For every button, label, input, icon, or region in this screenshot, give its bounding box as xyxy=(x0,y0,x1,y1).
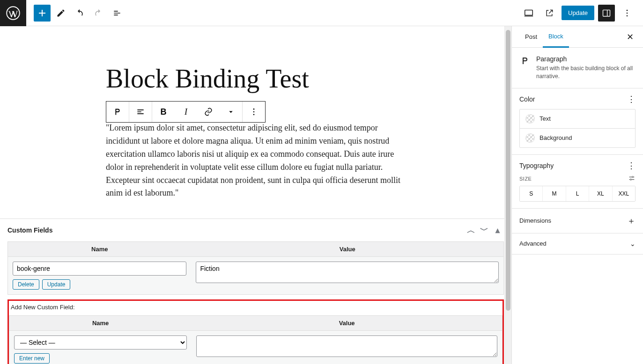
svg-point-10 xyxy=(632,176,634,177)
app-root: Update Block Binding Test xyxy=(0,0,643,364)
custom-fields-table: Name Value Delete Update xyxy=(7,241,504,295)
new-field-value-textarea[interactable] xyxy=(196,335,497,357)
link-button[interactable] xyxy=(197,102,220,122)
svg-point-7 xyxy=(253,109,255,110)
more-formatting-button[interactable] xyxy=(220,102,242,122)
typography-panel-title: Typography xyxy=(519,162,554,169)
editor-canvas: Block Binding Test B I xyxy=(0,26,511,364)
scrollbar-thumb[interactable] xyxy=(506,30,510,311)
enter-new-button[interactable]: Enter new xyxy=(14,353,50,364)
add-dimensions-icon[interactable]: ＋ xyxy=(627,215,636,226)
svg-point-6 xyxy=(627,15,628,16)
dimensions-panel[interactable]: Dimensions ＋ xyxy=(512,209,643,233)
size-s[interactable]: S xyxy=(520,186,542,201)
size-buttons: S M L XL XXL xyxy=(519,186,636,202)
panel-down-icon[interactable]: ﹀ xyxy=(478,224,491,237)
svg-rect-2 xyxy=(603,10,610,16)
custom-fields-header: Custom Fields ︿ ﹀ ▴ xyxy=(0,219,511,241)
typography-panel-options-icon[interactable]: ⋮ xyxy=(627,161,636,170)
redo-button[interactable] xyxy=(90,5,107,22)
field-value-textarea[interactable] xyxy=(196,262,499,283)
scrollbar[interactable] xyxy=(504,26,511,364)
main-area: Block Binding Test B I xyxy=(0,26,643,364)
custom-fields-title: Custom Fields xyxy=(7,226,52,234)
delete-field-button[interactable]: Delete xyxy=(13,279,39,290)
document-overview-button[interactable] xyxy=(109,5,126,22)
svg-point-4 xyxy=(627,9,628,11)
advanced-chevron-icon[interactable]: ⌄ xyxy=(630,240,636,248)
color-panel-options-icon[interactable]: ⋮ xyxy=(627,95,636,103)
update-field-button[interactable]: Update xyxy=(42,279,71,290)
size-xl[interactable]: XL xyxy=(589,186,612,201)
svg-point-8 xyxy=(253,111,255,113)
add-new-field-title: Add New Custom Field: xyxy=(9,303,503,315)
italic-button[interactable]: I xyxy=(175,102,197,122)
edit-tool-button[interactable] xyxy=(52,5,69,22)
paragraph-icon xyxy=(519,55,531,66)
tab-block[interactable]: Block xyxy=(543,26,569,48)
block-toolbar: B I xyxy=(106,101,266,123)
block-description: Start with the basic building block of a… xyxy=(536,65,636,80)
add-block-button[interactable] xyxy=(34,5,51,22)
advanced-panel[interactable]: Advanced ⌄ xyxy=(512,233,643,255)
block-options-button[interactable] xyxy=(243,102,265,122)
align-button[interactable] xyxy=(129,102,152,122)
bold-button[interactable]: B xyxy=(152,102,175,122)
background-color-swatch xyxy=(525,133,535,143)
svg-rect-1 xyxy=(525,10,533,15)
new-th-name: Name xyxy=(9,316,192,330)
settings-sidebar: Post Block ✕ Paragraph Start with the ba… xyxy=(511,26,643,364)
settings-toggle-button[interactable] xyxy=(598,5,615,22)
paragraph-block[interactable]: "Lorem ipsum dolor sit amet, consectetur… xyxy=(106,122,406,200)
view-post-button[interactable] xyxy=(541,5,558,22)
color-panel: Color ⋮ Text Background xyxy=(512,88,643,155)
advanced-panel-title: Advanced xyxy=(519,240,547,247)
color-panel-title: Color xyxy=(519,95,535,103)
custom-fields-panel: Custom Fields ︿ ﹀ ▴ Name Value xyxy=(0,218,511,364)
new-th-value: Value xyxy=(192,316,502,330)
block-name: Paragraph xyxy=(536,55,636,63)
size-label: SIZE xyxy=(519,176,532,182)
toolbar-right: Update xyxy=(520,5,643,22)
options-button[interactable] xyxy=(619,5,636,22)
background-color-row[interactable]: Background xyxy=(520,128,635,147)
sidebar-tabs: Post Block ✕ xyxy=(512,26,643,48)
panel-up-icon[interactable]: ︿ xyxy=(465,224,478,237)
block-type-button[interactable] xyxy=(106,102,129,122)
svg-point-5 xyxy=(627,12,628,14)
toolbar-left xyxy=(26,5,126,22)
undo-button[interactable] xyxy=(71,5,88,22)
editor-shell: Block Binding Test B I xyxy=(0,26,511,364)
new-table-row: — Select — Enter new xyxy=(9,331,502,364)
wordpress-logo[interactable] xyxy=(0,0,26,26)
new-table-head: Name Value xyxy=(9,316,502,331)
text-color-row[interactable]: Text xyxy=(520,109,635,128)
device-preview-button[interactable] xyxy=(520,5,537,22)
editor-scroll[interactable]: Block Binding Test B I xyxy=(0,26,511,364)
post-title[interactable]: Block Binding Test xyxy=(106,64,406,94)
size-l[interactable]: L xyxy=(566,186,589,201)
add-new-custom-field-section: Add New Custom Field: Name Value — S xyxy=(7,299,504,364)
th-name: Name xyxy=(8,242,191,256)
typography-panel: Typography ⋮ SIZE S M L XL XXL xyxy=(512,155,643,209)
text-color-swatch xyxy=(525,114,535,124)
tab-post[interactable]: Post xyxy=(519,27,543,47)
size-settings-icon[interactable] xyxy=(628,175,636,183)
background-color-label: Background xyxy=(540,134,572,141)
field-name-input[interactable] xyxy=(13,262,186,276)
panel-toggle-icon[interactable]: ▴ xyxy=(491,224,504,237)
top-toolbar: Update xyxy=(0,0,643,26)
text-color-label: Text xyxy=(540,115,551,122)
block-info: Paragraph Start with the basic building … xyxy=(512,48,643,88)
svg-point-11 xyxy=(630,179,632,180)
size-m[interactable]: M xyxy=(542,186,565,201)
close-sidebar-icon[interactable]: ✕ xyxy=(625,30,636,44)
svg-point-9 xyxy=(253,114,255,116)
table-head: Name Value xyxy=(8,242,503,257)
size-xxl[interactable]: XXL xyxy=(612,186,635,201)
th-value: Value xyxy=(191,242,503,256)
dimensions-panel-title: Dimensions xyxy=(519,217,551,224)
update-button[interactable]: Update xyxy=(562,6,594,20)
field-name-select[interactable]: — Select — xyxy=(14,335,187,349)
table-row: Delete Update xyxy=(8,257,503,294)
